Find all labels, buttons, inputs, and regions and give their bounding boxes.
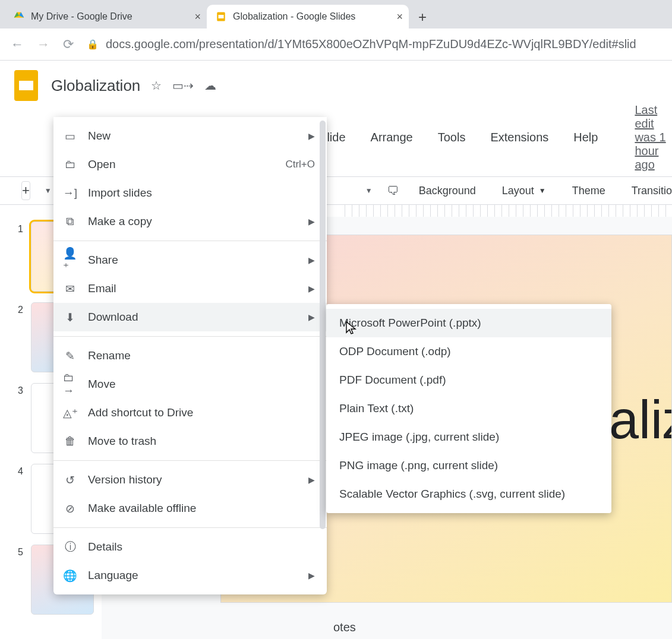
file-menu-dropdown: ▭New▶ 🗀OpenCtrl+O →]Import slides ⧉Make … [53,117,327,594]
browser-toolbar: ← → ⟳ 🔒 docs.google.com/presentation/d/1… [0,29,672,61]
tab-title: Globalization - Google Slides [233,11,355,22]
slide-number: 4 [18,464,26,477]
svg-rect-6 [19,81,33,90]
menu-separator [53,527,327,528]
slide-number: 1 [18,222,26,235]
toolbar-caret[interactable]: ▼ [365,186,373,195]
file-copy[interactable]: ⧉Make a copy▶ [53,207,327,236]
background-button[interactable]: Background [413,182,482,200]
menu-extensions[interactable]: Extensions [485,128,553,147]
transition-button[interactable]: Transition [626,182,672,200]
offline-icon: ⊘ [63,502,77,515]
address-bar[interactable]: 🔒 docs.google.com/presentation/d/1YMt65X… [87,37,636,51]
history-icon: ↺ [63,473,77,487]
browser-tab-drive[interactable]: My Drive - Google Drive × [5,5,207,29]
star-icon[interactable]: ☆ [151,78,162,93]
menu-scrollbar[interactable] [320,121,326,529]
info-icon: ⓘ [63,539,77,555]
globe-icon: 🌐 [63,569,77,583]
shortcut: Ctrl+O [285,159,315,170]
mouse-cursor-icon [345,321,358,336]
back-button[interactable]: ← [11,37,24,52]
new-slide-caret[interactable]: ▼ [45,186,52,195]
theme-button[interactable]: Theme [566,182,611,200]
folder-icon: 🗀 [63,158,77,171]
download-odp[interactable]: ODP Document (.odp) [326,337,611,366]
slides-icon [215,11,227,23]
browser-tab-slides[interactable]: Globalization - Google Slides × [207,5,409,29]
move-icon[interactable]: ▭⇢ [172,78,194,93]
last-edit-link[interactable]: Last edit was 1 hour ago [635,103,672,172]
menu-separator [53,241,327,241]
download-pdf[interactable]: PDF Document (.pdf) [326,366,611,394]
doc-title[interactable]: Globalization [51,77,140,95]
file-details[interactable]: ⓘDetails [53,533,327,561]
submenu-arrow-icon: ▶ [308,131,315,141]
submenu-arrow-icon: ▶ [308,571,315,580]
file-offline[interactable]: ⊘Make available offline [53,494,327,523]
slide-number: 3 [18,383,26,396]
download-svg[interactable]: Scalable Vector Graphics (.svg, current … [326,480,611,508]
menu-help[interactable]: Help [569,128,602,147]
url-text: docs.google.com/presentation/d/1YMt65X80… [106,37,636,51]
file-trash[interactable]: 🗑Move to trash [53,427,327,455]
download-icon: ⬇ [63,311,77,324]
file-import[interactable]: →]Import slides [53,179,327,207]
ruler [345,205,672,217]
reload-button[interactable]: ⟳ [63,37,74,52]
slide-number: 2 [18,302,26,315]
shortcut-icon: ◬⁺ [63,406,77,420]
submenu-arrow-icon: ▶ [308,255,315,265]
menu-tools[interactable]: Tools [433,128,471,147]
move-folder-icon: 🗀→ [63,371,77,397]
file-language[interactable]: 🌐Language▶ [53,561,327,590]
file-new[interactable]: ▭New▶ [53,122,327,150]
menu-arrange[interactable]: Arrange [366,128,418,147]
file-share[interactable]: 👤⁺Share▶ [53,246,327,274]
forward-button[interactable]: → [37,37,50,52]
email-icon: ✉ [63,282,77,296]
tab-title: My Drive - Google Drive [31,11,132,22]
rename-icon: ✎ [63,349,77,363]
submenu-arrow-icon: ▶ [308,475,315,485]
new-tab-button[interactable]: + [412,7,433,27]
browser-tabstrip: My Drive - Google Drive × Globalization … [0,0,672,29]
file-add-shortcut[interactable]: ◬⁺Add shortcut to Drive [53,398,327,427]
new-icon: ▭ [63,129,77,143]
slide-title-fragment: aliz [609,390,672,451]
new-slide-button[interactable]: + [21,181,30,200]
file-rename[interactable]: ✎Rename [53,341,327,370]
menu-separator [53,460,327,461]
submenu-arrow-icon: ▶ [308,284,315,293]
copy-icon: ⧉ [63,215,77,228]
download-png[interactable]: PNG image (.png, current slide) [326,451,611,480]
download-submenu: Microsoft PowerPoint (.pptx) ODP Documen… [326,304,611,513]
submenu-arrow-icon: ▶ [308,217,315,226]
slide-number: 5 [18,545,26,558]
download-jpeg[interactable]: JPEG image (.jpg, current slide) [326,423,611,451]
slides-logo-icon[interactable] [13,69,39,102]
file-email[interactable]: ✉Email▶ [53,274,327,303]
comment-icon[interactable]: 🗨 [387,184,399,198]
download-pptx[interactable]: Microsoft PowerPoint (.pptx) [326,309,611,337]
speaker-notes-fragment[interactable]: otes [333,621,356,639]
file-open[interactable]: 🗀OpenCtrl+O [53,150,327,179]
lock-icon: 🔒 [87,39,99,50]
file-version-history[interactable]: ↺Version history▶ [53,466,327,494]
submenu-arrow-icon: ▶ [308,312,315,322]
file-download[interactable]: ⬇Download▶ [53,303,327,331]
trash-icon: 🗑 [63,435,77,448]
layout-button[interactable]: Layout▼ [496,182,552,200]
share-icon: 👤⁺ [63,246,77,274]
doc-header: Globalization ☆ ▭⇢ ☁ [0,61,672,103]
svg-rect-4 [219,15,224,18]
download-txt[interactable]: Plain Text (.txt) [326,394,611,423]
cloud-icon[interactable]: ☁ [204,78,216,93]
import-icon: →] [63,186,77,200]
file-move[interactable]: 🗀→Move [53,370,327,398]
close-icon[interactable]: × [194,11,201,23]
menu-separator [53,336,327,337]
close-icon[interactable]: × [396,11,403,23]
drive-icon [13,11,25,23]
